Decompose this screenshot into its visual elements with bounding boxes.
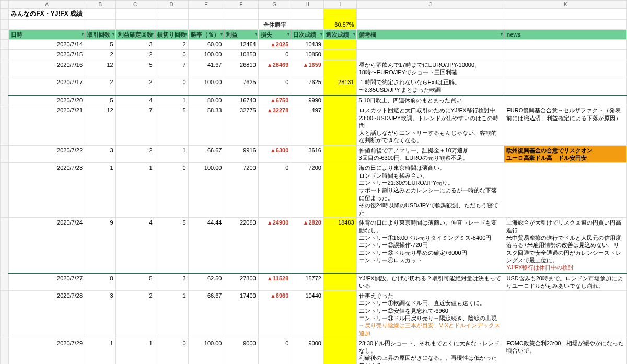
cell[interactable]: 5 [155,218,188,273]
cell[interactable]: 12464 [224,40,258,50]
cell[interactable]: 7200 [291,163,324,218]
filter-icon[interactable]: ▾ [353,32,355,37]
date-cell[interactable]: 2020/7/14 [9,40,85,50]
hdr-daily[interactable]: 日次成績▾ [291,29,324,39]
spreadsheet[interactable]: A B C D E F G H I J K みんなのFX・YJ!FX 成績 全体… [0,0,627,364]
cell[interactable]: 16740 [224,95,258,105]
cell[interactable] [323,95,356,105]
cell[interactable] [1,105,9,145]
cell[interactable]: ▲1659 [291,60,324,77]
cell[interactable]: 10850 [224,50,258,60]
cell[interactable]: 0 [155,77,188,95]
cell[interactable]: 2 [115,77,155,95]
cell[interactable] [1,338,9,364]
news-cell[interactable] [504,40,627,50]
cell[interactable] [1,60,9,77]
memo-cell[interactable]: 体育の日により東京時間は薄商い。仲直トレードも変動なし。 エントリー①16:00… [356,218,504,273]
cell[interactable]: 10440 [291,291,324,338]
cell[interactable]: 44.44 [188,218,224,273]
cell[interactable] [323,273,356,291]
cell[interactable]: 66.67 [188,145,224,163]
memo-cell[interactable]: 海の日により東京時間は薄商い。 ロンドン時間も揉み合い。 エントリー21:30の… [356,163,504,218]
hdr-losses[interactable]: 損切り回数▾ [155,29,188,39]
cell[interactable] [323,60,356,77]
cell[interactable]: 1 [85,338,116,364]
memo-cell[interactable]: 仕事えぐった エントリー①軟調なドル円、直近安値も遠くに。 エントリー②安値を見… [356,291,504,338]
date-cell[interactable]: 2020/7/21 [9,105,85,145]
news-cell[interactable]: USD含みも20時まで。ロンドン市場参加によりユーロドルがもみあいでなし崩れ。 [504,273,627,291]
cell[interactable]: 28131 [323,77,356,95]
news-cell[interactable]: 欧州復興基金の合意でリスクオン ユーロ高豪ドル高 ドル安円安 [504,145,627,163]
cell[interactable]: 9000 [224,338,258,364]
filter-icon[interactable]: ▾ [112,32,114,37]
hdr-loss[interactable]: 損失▾ [258,29,291,39]
cell[interactable]: 1 [155,95,188,105]
cell[interactable]: 27300 [224,273,258,291]
filter-icon[interactable]: ▾ [501,32,503,37]
hdr-date[interactable]: 日時▾ [9,29,85,39]
news-cell[interactable] [504,50,627,60]
cell[interactable]: ▲6300 [258,145,291,163]
col-D[interactable]: D [155,1,188,9]
date-cell[interactable]: 2020/7/27 [9,273,85,291]
cell[interactable]: 5 [115,273,155,291]
date-cell[interactable]: 2020/7/28 [9,291,85,338]
filter-icon[interactable]: ▾ [320,32,322,37]
cell[interactable]: ▲6750 [258,95,291,105]
cell[interactable]: 3 [155,273,188,291]
cell[interactable]: 0 [258,77,291,95]
col-F[interactable]: F [224,1,258,9]
cell[interactable]: ▲28469 [258,60,291,77]
cell[interactable] [323,163,356,218]
cell[interactable]: 2 [155,40,188,50]
hdr-profit[interactable]: 利益▾ [224,29,258,39]
cell[interactable]: 9000 [291,338,324,364]
cell[interactable]: 100.00 [188,50,224,60]
hdr-wins[interactable]: 利益確定回数▾ [115,29,155,39]
cell[interactable] [323,145,356,163]
cell[interactable]: 9990 [291,95,324,105]
date-cell[interactable]: 2020/7/29 [9,338,85,364]
cell[interactable]: 22080 [224,218,258,273]
cell[interactable]: 497 [291,105,324,145]
cell[interactable] [1,77,9,95]
date-cell[interactable]: 2020/7/17 [9,77,85,95]
news-cell[interactable] [504,60,627,77]
cell[interactable]: 3 [85,291,116,338]
memo-cell[interactable]: YJ!FX開設。ひげが切れる？取引可能絶対量は決まっている [356,273,504,291]
cell[interactable]: 60.00 [188,40,224,50]
cell[interactable]: 0 [155,338,188,364]
cell[interactable]: 1 [85,163,116,218]
cell[interactable]: 0 [258,338,291,364]
cell[interactable]: 15772 [291,273,324,291]
cell[interactable]: 3616 [291,145,324,163]
cell[interactable]: 1 [155,291,188,338]
cell[interactable]: 12 [85,60,116,77]
cell[interactable] [323,105,356,145]
news-cell[interactable] [504,291,627,338]
cell[interactable] [1,218,9,273]
filter-icon[interactable]: ▾ [185,32,187,37]
news-cell[interactable] [504,95,627,105]
hdr-memo[interactable]: 備考欄▾ [356,29,504,39]
cell[interactable]: 10439 [291,40,324,50]
cell[interactable]: 100.00 [188,338,224,364]
cell[interactable]: 7 [155,60,188,77]
cell[interactable]: ▲6960 [258,291,291,338]
cell[interactable]: 26810 [224,60,258,77]
memo-cell[interactable]: 仲値前後でアノマリー、証拠金＋10万追加 3回目の-6300円、EUROの売り観… [356,145,504,163]
cell[interactable] [1,291,9,338]
cell[interactable]: 5 [85,40,116,50]
cell[interactable] [1,273,9,291]
cell[interactable]: 0 [155,50,188,60]
cell[interactable]: 1 [115,163,155,218]
cell[interactable]: ▲11528 [258,273,291,291]
col-G[interactable]: G [258,1,291,9]
news-cell[interactable]: 上海総合が大引けでリスク回避の円買い円高進行 米中貿易摩擦の進行でドルと人民元の… [504,218,627,273]
cell[interactable]: 18483 [323,218,356,273]
memo-cell[interactable] [356,40,504,50]
cell[interactable]: 2 [85,77,116,95]
cell[interactable]: 7625 [291,77,324,95]
cell[interactable]: 100.00 [188,77,224,95]
cell[interactable]: 9916 [224,145,258,163]
